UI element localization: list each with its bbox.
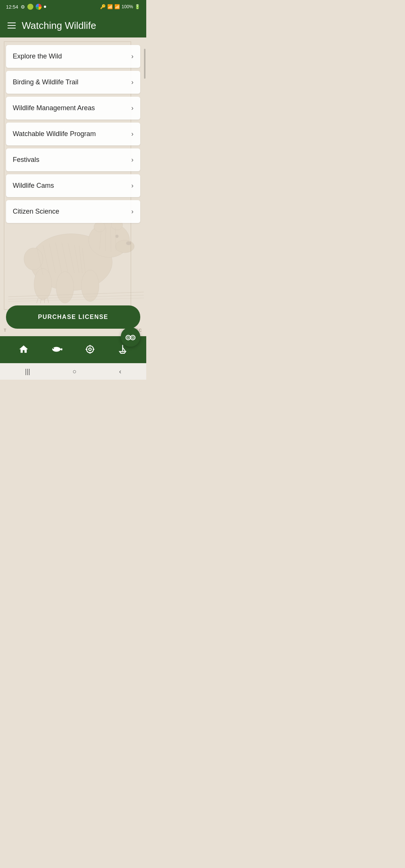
recent-apps-button[interactable]: ||| bbox=[19, 366, 36, 377]
menu-item-explore-wild[interactable]: Explore the Wild› bbox=[6, 45, 140, 68]
menu-item-label-explore-wild: Explore the Wild bbox=[13, 52, 62, 60]
vpn-icon: 🔑 bbox=[100, 4, 106, 9]
chevron-right-icon-birding-trail: › bbox=[131, 78, 134, 86]
menu-item-wildlife-mgmt[interactable]: Wildlife Management Areas› bbox=[6, 97, 140, 120]
nav-home[interactable] bbox=[18, 344, 29, 355]
svg-point-42 bbox=[132, 337, 134, 338]
status-bar: 12:54 ⚙ 🔑 📶 📶 100% 🔋 bbox=[0, 0, 146, 13]
hamburger-line-3 bbox=[8, 28, 16, 28]
fish-icon bbox=[51, 345, 63, 354]
home-button[interactable]: ○ bbox=[67, 366, 83, 377]
dot-icon bbox=[44, 6, 46, 8]
chevron-right-icon-wildlife-mgmt: › bbox=[131, 104, 134, 112]
hamburger-line-1 bbox=[8, 22, 16, 23]
chevron-right-icon-citizen-science: › bbox=[131, 208, 134, 216]
menu-item-citizen-science[interactable]: Citizen Science› bbox=[6, 200, 140, 223]
back-button[interactable]: ‹ bbox=[113, 366, 127, 377]
menu-item-birding-trail[interactable]: Birding & Wildlife Trail› bbox=[6, 71, 140, 94]
status-left: 12:54 ⚙ bbox=[6, 4, 46, 10]
status-right: 🔑 📶 📶 100% 🔋 bbox=[100, 4, 140, 9]
menu-item-label-citizen-science: Citizen Science bbox=[13, 208, 59, 216]
status-time: 12:54 bbox=[6, 4, 18, 10]
menu-item-label-wildlife-cams: Wildlife Cams bbox=[13, 182, 54, 190]
app-header: Watching Wildlife bbox=[0, 13, 146, 37]
page-title: Watching Wildlife bbox=[22, 20, 96, 31]
chevron-right-icon-explore-wild: › bbox=[131, 52, 134, 60]
wifi-icon: 📶 bbox=[107, 4, 113, 9]
menu-list: Explore the Wild›Birding & Wildlife Trai… bbox=[0, 37, 146, 223]
svg-point-34 bbox=[89, 348, 92, 351]
android-icon bbox=[27, 4, 33, 10]
menu-item-festivals[interactable]: Festivals› bbox=[6, 148, 140, 171]
settings-icon: ⚙ bbox=[21, 4, 25, 10]
hamburger-line-2 bbox=[8, 25, 16, 26]
svg-point-41 bbox=[127, 337, 129, 338]
chevron-right-icon-watchable-wildlife: › bbox=[131, 130, 134, 138]
menu-item-label-birding-trail: Birding & Wildlife Trail bbox=[13, 78, 78, 86]
svg-point-33 bbox=[87, 346, 94, 353]
google-icon bbox=[36, 4, 42, 10]
menu-item-label-festivals: Festivals bbox=[13, 156, 39, 164]
bottom-nav bbox=[0, 336, 146, 363]
purchase-license-button[interactable]: PURCHASE LICENSE bbox=[6, 305, 140, 329]
nav-fish[interactable] bbox=[51, 345, 63, 354]
chevron-right-icon-festivals: › bbox=[131, 156, 134, 164]
signal-icon: 📶 bbox=[114, 4, 120, 9]
scrollbar[interactable] bbox=[144, 49, 146, 79]
menu-item-watchable-wildlife[interactable]: Watchable Wildlife Program› bbox=[6, 123, 140, 145]
purchase-area: PURCHASE LICENSE bbox=[0, 298, 146, 336]
target-icon bbox=[85, 344, 95, 355]
chevron-right-icon-wildlife-cams: › bbox=[131, 182, 134, 190]
nav-target[interactable] bbox=[85, 344, 95, 355]
system-nav-bar: ||| ○ ‹ bbox=[0, 363, 146, 380]
hamburger-menu-button[interactable] bbox=[8, 22, 16, 28]
battery-icon: 🔋 bbox=[135, 4, 140, 9]
menu-item-label-wildlife-mgmt: Wildlife Management Areas bbox=[13, 104, 95, 112]
home-icon bbox=[18, 344, 29, 355]
main-content: T SC Explore the Wild›Birding & Wildlife… bbox=[0, 37, 146, 336]
svg-point-31 bbox=[52, 347, 60, 352]
svg-point-32 bbox=[53, 348, 54, 349]
menu-item-label-watchable-wildlife: Watchable Wildlife Program bbox=[13, 130, 96, 138]
battery-percent: 100% bbox=[122, 4, 133, 9]
menu-item-wildlife-cams[interactable]: Wildlife Cams› bbox=[6, 174, 140, 197]
